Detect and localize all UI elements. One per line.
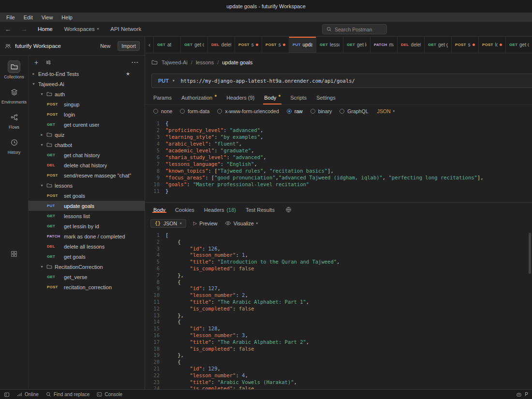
collection-end-to-end-tests[interactable]: ▸End-to-End Tests★ xyxy=(29,69,145,79)
eye-icon xyxy=(225,220,231,226)
request-tab-scripts[interactable]: Scripts xyxy=(285,91,311,104)
menu-help[interactable]: Help xyxy=(57,15,77,20)
request-tab-headers-9[interactable]: Headers (9) xyxy=(222,91,259,104)
folder-quiz[interactable]: ▸quiz xyxy=(29,130,145,140)
request-get-lessin-by-id[interactable]: GETget lessin by id xyxy=(29,221,145,231)
back-button[interactable]: ← xyxy=(0,26,16,33)
line-number: 10 xyxy=(146,292,165,299)
workspace-name[interactable]: futurify Workspace xyxy=(15,43,93,49)
new-button[interactable]: New xyxy=(97,42,114,50)
postbot-icon[interactable] xyxy=(516,392,522,398)
request-lessons-list[interactable]: GETlessons list xyxy=(29,211,145,221)
folder-chatbot[interactable]: ▾chatbot xyxy=(29,140,145,150)
request-send-reseve-massege-chat[interactable]: POSTsend/reseve massege "chat" xyxy=(29,170,145,180)
tab-del-delete[interactable]: DELdelete xyxy=(208,37,235,53)
find-replace-button[interactable]: Find and replace xyxy=(46,392,90,397)
folder-icon xyxy=(46,91,52,97)
request-body-editor[interactable]: 1{2"proficiency_level": "advanced",3"lea… xyxy=(146,118,532,202)
workspaces-menu[interactable]: Workspaces▾ xyxy=(64,26,99,32)
radio-icon xyxy=(153,109,158,114)
request-get-curent-user[interactable]: GETget curent user xyxy=(29,119,145,130)
tab-get-get-cu[interactable]: GETget cu xyxy=(506,37,532,53)
layout-toggle-icon[interactable] xyxy=(4,392,10,398)
request-login[interactable]: POSTlogin xyxy=(29,109,145,119)
line-number: 5 xyxy=(146,259,165,266)
response-tab-test-results[interactable]: Test Results xyxy=(241,207,280,213)
apps-grid-icon[interactable] xyxy=(11,251,17,257)
request-get-chat-history[interactable]: GETget chat history xyxy=(29,150,145,160)
tab-scroll-left-button[interactable]: ‹ xyxy=(146,37,154,53)
tab-put-updat[interactable]: PUTupdat xyxy=(289,37,316,53)
menu-file[interactable]: File xyxy=(2,15,19,20)
request-singup[interactable]: POSTsingup xyxy=(29,99,145,109)
request-delete-chat-history[interactable]: DELdelete chat history xyxy=(29,160,145,170)
line-number: 6 xyxy=(146,154,165,161)
bodytype-x-www-form-urlencoded[interactable]: x-www-form-urlencoded xyxy=(217,108,279,114)
method-select[interactable]: PUT ▾ xyxy=(152,78,181,84)
request-delete-all-lessons[interactable]: DELdelete all lessons xyxy=(29,241,145,251)
home-link[interactable]: Home xyxy=(38,26,53,32)
tab-post-log[interactable]: POSTlog xyxy=(479,37,506,53)
tab-get-lesso[interactable]: GETlesso xyxy=(316,37,343,53)
tab-post-sen[interactable]: POSTsen xyxy=(235,37,262,53)
request-tab-authorization[interactable]: Authorization xyxy=(177,91,222,104)
add-collection-button[interactable]: + xyxy=(34,59,38,66)
response-tab-body[interactable]: Body xyxy=(148,207,170,213)
bodytype-none[interactable]: none xyxy=(153,108,172,114)
tab-get-get-le[interactable]: GETget le xyxy=(343,37,370,53)
response-format-select[interactable]: {} JSON ▾ xyxy=(150,219,186,228)
folder-auth[interactable]: ▾auth xyxy=(29,89,145,99)
request-tab-settings[interactable]: Settings xyxy=(311,91,340,104)
rail-collections[interactable]: Collections xyxy=(0,60,28,79)
breadcrumb-part[interactable]: update goals xyxy=(222,59,252,65)
url-input[interactable]: https://my-django-app-latest-ht9a.onrend… xyxy=(181,78,532,84)
request-tab-params[interactable]: Params xyxy=(148,91,177,104)
menu-edit[interactable]: Edit xyxy=(19,15,37,20)
request-get-goals[interactable]: GETget goals xyxy=(29,251,145,262)
request-update-goals[interactable]: PUTupdate goals xyxy=(29,201,145,211)
code-line: 10"goals": "Master professional-level re… xyxy=(146,181,532,188)
chevron-down-icon: ▾ xyxy=(180,222,182,225)
tab-post-set-g[interactable]: POSTset g xyxy=(262,37,289,53)
response-tab-headers[interactable]: Headers (18) xyxy=(199,207,241,213)
request-set-goals[interactable]: POSTset goals xyxy=(29,191,145,201)
preview-button[interactable]: ▷ Preview xyxy=(193,221,218,226)
console-button[interactable]: Console xyxy=(97,392,122,397)
response-tab-cookies[interactable]: Cookies xyxy=(170,207,199,213)
search-box[interactable]: Search Postman xyxy=(322,24,387,34)
menu-view[interactable]: View xyxy=(37,15,58,20)
request-get-verse[interactable]: GETget_verse xyxy=(29,272,145,282)
bodytype-graphql[interactable]: GraphQL xyxy=(340,108,368,114)
online-status[interactable]: Online xyxy=(17,392,39,397)
bodytype-raw[interactable]: raw xyxy=(287,108,303,114)
tab-del-delete[interactable]: DELdelete xyxy=(398,37,425,53)
tab-get-get-ch[interactable]: GETget ch xyxy=(181,37,208,53)
bodytype-binary[interactable]: binary xyxy=(310,108,332,114)
tab-post-sing[interactable]: POSTsing xyxy=(452,37,479,53)
folder-recitationcorrection[interactable]: ▾RecitationCorrection xyxy=(29,262,145,272)
network-icon[interactable] xyxy=(285,207,292,213)
collection-tajweed-ai[interactable]: ▾Tajweed-Ai xyxy=(29,79,145,89)
request-recitation-correction[interactable]: POSTrecitation_correction xyxy=(29,282,145,292)
folder-lessons[interactable]: ▾lessons xyxy=(29,180,145,191)
breadcrumb-part[interactable]: lessons xyxy=(196,59,214,65)
bodytype-form-data[interactable]: form-data xyxy=(180,108,209,114)
forward-button[interactable]: → xyxy=(16,26,32,33)
tab-get-at[interactable]: GETat xyxy=(154,37,181,53)
response-body-editor[interactable]: 1[2 {3 "id": 126,4 "lesson_number": 1,5 … xyxy=(146,230,532,389)
rail-flows[interactable]: Flows xyxy=(0,111,28,130)
request-tab-body[interactable]: Body xyxy=(259,91,285,104)
tab-get-get-g[interactable]: GETget g xyxy=(425,37,452,53)
rail-history[interactable]: History xyxy=(0,136,28,155)
api-network-menu[interactable]: API Network xyxy=(110,26,141,32)
breadcrumb-part[interactable]: Tajweed-Ai xyxy=(162,59,188,65)
language-select[interactable]: JSON▾ xyxy=(377,108,395,114)
tab-patch-mar[interactable]: PATCHmar xyxy=(370,37,398,53)
visualize-button[interactable]: Visualize ▾ xyxy=(225,220,258,226)
line-number: 7 xyxy=(146,161,165,167)
request-mark-as-done-completed[interactable]: PATCHmark as done / completed xyxy=(29,231,145,241)
import-button[interactable]: Import xyxy=(118,41,140,51)
rail-environments[interactable]: Environments xyxy=(0,86,28,104)
filter-icon[interactable] xyxy=(45,59,51,65)
more-options-icon[interactable]: ··· xyxy=(132,59,139,65)
